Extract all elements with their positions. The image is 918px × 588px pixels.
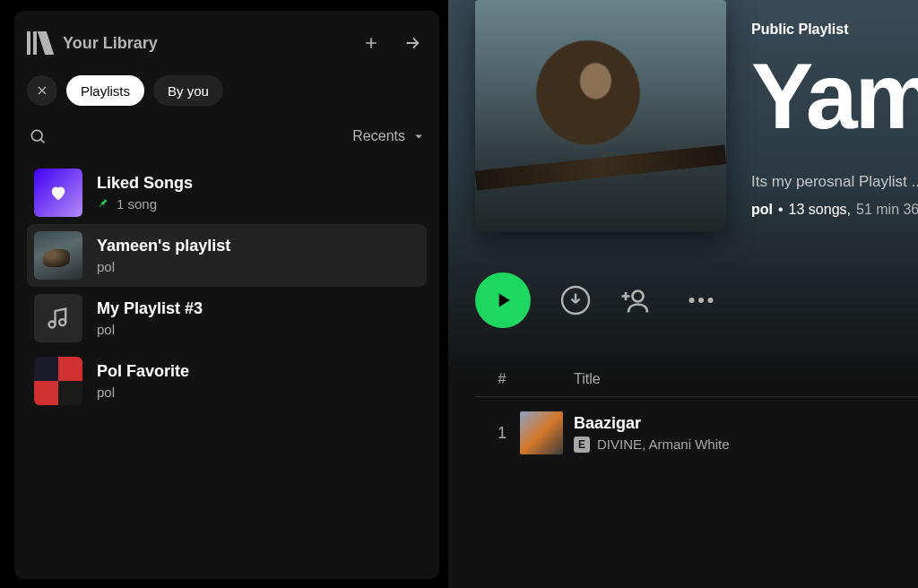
plus-icon [362, 34, 380, 52]
track-artists[interactable]: DIVINE, Armani White [597, 437, 730, 452]
chip-by-you[interactable]: By you [153, 75, 223, 106]
playlist-title[interactable]: Yam [751, 43, 918, 150]
svg-point-0 [31, 130, 42, 141]
playlist-description[interactable]: Its my perosnal Playlist ... [751, 173, 918, 191]
track-row[interactable]: 1 Baazigar E DIVINE, Armani White [475, 411, 918, 454]
track-title[interactable]: Baazigar [574, 414, 882, 433]
pin-icon [97, 196, 109, 212]
library-item-meta: My Playlist #3 pol [97, 299, 203, 337]
playlist-hero: Public Playlist Yam Its my perosnal Play… [475, 0, 918, 231]
play-icon [491, 289, 515, 312]
playlist-song-count: 13 songs, [789, 202, 851, 218]
playlist-hero-meta: Public Playlist Yam Its my perosnal Play… [751, 0, 918, 231]
download-button[interactable] [559, 284, 592, 316]
playlist-duration: 51 min 36 [856, 202, 918, 218]
library-panel: Your Library Playlists By you Recents [14, 11, 439, 579]
library-item-meta: Liked Songs 1 song [97, 174, 193, 212]
library-item-name: Pol Favorite [97, 362, 189, 381]
svg-point-5 [689, 298, 695, 303]
main-view: Public Playlist Yam Its my perosnal Play… [448, 0, 918, 588]
arrow-right-icon [403, 33, 422, 53]
library-item-name: Liked Songs [97, 174, 193, 193]
create-playlist-button[interactable] [357, 29, 385, 57]
playlist-cover [34, 294, 82, 342]
sidebar: Your Library Playlists By you Recents [0, 0, 448, 588]
clear-filters-button[interactable] [27, 75, 57, 106]
playlist-info: pol • 13 songs, 51 min 36 [751, 202, 918, 218]
svg-point-4 [633, 291, 644, 302]
svg-point-1 [49, 322, 56, 328]
add-user-icon [620, 284, 653, 316]
ellipsis-icon [685, 284, 717, 316]
playlist-owner[interactable]: pol [751, 202, 773, 218]
music-note-icon [46, 306, 71, 331]
invite-collaborators-button[interactable] [620, 284, 653, 316]
chip-playlists[interactable]: Playlists [66, 75, 144, 106]
library-item-pol-favorite[interactable]: Pol Favorite pol [27, 350, 427, 412]
library-item-meta: Yameen's playlist pol [97, 237, 230, 274]
library-item-liked-songs[interactable]: Liked Songs 1 song [27, 161, 427, 224]
library-item-my-playlist-3[interactable]: My Playlist #3 pol [27, 287, 427, 350]
library-item-name: Yameen's playlist [97, 237, 230, 255]
more-options-button[interactable] [685, 284, 717, 316]
library-item-meta: Pol Favorite pol [97, 362, 189, 400]
show-more-button[interactable] [398, 29, 427, 57]
library-title[interactable]: Your Library [63, 34, 344, 53]
library-item-sub: pol [97, 259, 230, 274]
column-number: # [484, 371, 520, 387]
library-icon[interactable] [27, 31, 50, 55]
track-list-header: # Title [475, 371, 918, 397]
library-header: Your Library [27, 29, 427, 57]
play-button[interactable] [475, 272, 531, 328]
track-meta: Baazigar E DIVINE, Armani White [574, 414, 882, 453]
column-title: Title [574, 371, 882, 387]
liked-songs-cover [34, 169, 82, 217]
svg-point-2 [59, 319, 65, 325]
svg-point-7 [708, 298, 714, 303]
library-controls: Recents [27, 125, 427, 147]
caret-down-icon [411, 128, 427, 144]
library-item-sub: pol [97, 385, 189, 400]
library-item-yameens-playlist[interactable]: Yameen's playlist pol [27, 224, 427, 287]
filter-chips: Playlists By you [27, 75, 427, 106]
explicit-badge: E [574, 437, 590, 453]
download-icon [559, 284, 592, 316]
track-artwork [520, 411, 563, 454]
library-item-sub: 1 song [97, 196, 193, 212]
track-index: 1 [484, 424, 520, 443]
heart-icon [48, 183, 68, 203]
search-icon [29, 127, 47, 145]
library-sort-button[interactable]: Recents [352, 128, 427, 144]
library-list: Liked Songs 1 song Yameen's playlist pol [27, 161, 427, 412]
playlist-hero-cover[interactable] [475, 0, 726, 231]
close-icon [35, 83, 49, 98]
playlist-visibility-badge: Public Playlist [751, 22, 918, 38]
playlist-cover [34, 231, 82, 280]
playlist-actions [475, 272, 918, 328]
library-item-sub: pol [97, 322, 203, 337]
svg-point-6 [698, 298, 704, 303]
playlist-cover [34, 357, 82, 405]
library-item-name: My Playlist #3 [97, 299, 203, 318]
library-search-button[interactable] [27, 125, 48, 147]
sort-label: Recents [352, 128, 405, 144]
